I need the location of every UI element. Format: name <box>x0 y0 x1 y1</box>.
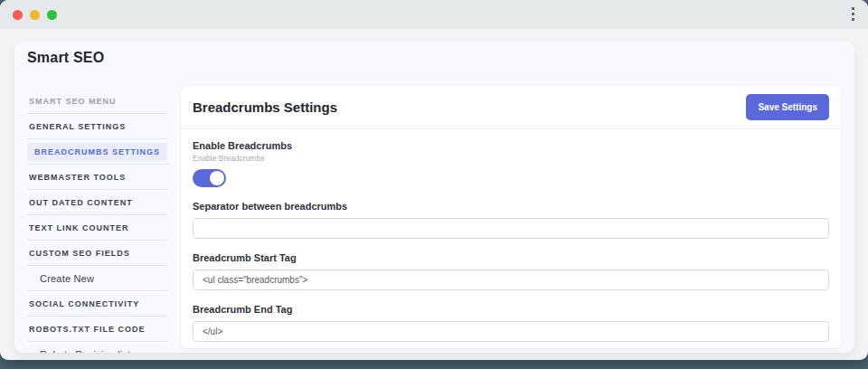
separator-field: Separator between breadcrumbs <box>193 201 829 239</box>
breadcrumb-end-tag-label: Breadcrumb End Tag <box>193 304 829 315</box>
smart-seo-card: Smart SEO SMART SEO MENU GENERAL SETTING… <box>14 41 854 353</box>
separator-input[interactable] <box>193 218 829 239</box>
breadcrumb-start-tag-label: Breadcrumb Start Tag <box>193 252 829 263</box>
separator-label: Separator between breadcrumbs <box>193 201 829 212</box>
page-title: Smart SEO <box>27 50 104 66</box>
traffic-lights <box>13 10 57 20</box>
window-titlebar <box>0 0 868 29</box>
toggle-knob <box>210 171 224 185</box>
app-window: Smart SEO SMART SEO MENU GENERAL SETTING… <box>0 0 868 360</box>
sidebar: SMART SEO MENU GENERAL SETTINGS BREADCRU… <box>27 89 169 353</box>
enable-breadcrumbs-toggle[interactable] <box>193 169 226 187</box>
enable-breadcrumbs-sublabel: Enable Breadcrumbs <box>193 154 829 163</box>
panel-header: Breadcrumbs Settings Save Settings <box>181 86 841 129</box>
enable-breadcrumbs-label: Enable Breadcrumbs <box>193 140 829 151</box>
save-settings-button[interactable]: Save Settings <box>746 94 829 120</box>
sidebar-item-social-connectivity[interactable]: SOCIAL CONNECTIVITY <box>27 291 169 317</box>
sidebar-active-label: BREADCRUMBS SETTINGS <box>27 143 167 161</box>
enable-breadcrumbs-field: Enable Breadcrumbs Enable Breadcrumbs <box>193 140 829 187</box>
sidebar-menu-heading: SMART SEO MENU <box>27 89 169 114</box>
zoom-window-icon[interactable] <box>47 10 57 20</box>
sidebar-item-robots-txt-file-code[interactable]: ROBOTS.TXT FILE CODE <box>27 317 169 342</box>
sidebar-item-text-link-counter[interactable]: TEXT LINK COUNTER <box>27 215 169 241</box>
close-window-icon[interactable] <box>13 10 23 20</box>
panel-title: Breadcrumbs Settings <box>193 99 337 115</box>
sidebar-item-out-dated-content[interactable]: OUT DATED CONTENT <box>27 190 169 215</box>
sidebar-item-custom-seo-fields[interactable]: CUSTOM SEO FIELDS <box>27 241 169 266</box>
overflow-menu-icon[interactable] <box>852 7 854 21</box>
sidebar-item-robots-revision-list[interactable]: Robots Revision list <box>27 342 169 353</box>
breadcrumb-start-tag-field: Breadcrumb Start Tag <box>193 252 829 290</box>
breadcrumb-end-tag-input[interactable] <box>193 321 829 342</box>
panel-body: Enable Breadcrumbs Enable Breadcrumbs Se… <box>181 129 841 348</box>
breadcrumbs-settings-panel: Breadcrumbs Settings Save Settings Enabl… <box>181 86 841 348</box>
sidebar-item-create-new[interactable]: Create New <box>27 266 169 291</box>
breadcrumb-end-tag-field: Breadcrumb End Tag <box>193 304 829 342</box>
minimize-window-icon[interactable] <box>30 10 40 20</box>
sidebar-item-webmaster-tools[interactable]: WEBMASTER TOOLS <box>27 165 169 190</box>
sidebar-item-general-settings[interactable]: GENERAL SETTINGS <box>27 114 169 139</box>
sidebar-item-breadcrumbs-settings[interactable]: BREADCRUMBS SETTINGS <box>27 139 169 165</box>
breadcrumb-start-tag-input[interactable] <box>193 270 829 290</box>
